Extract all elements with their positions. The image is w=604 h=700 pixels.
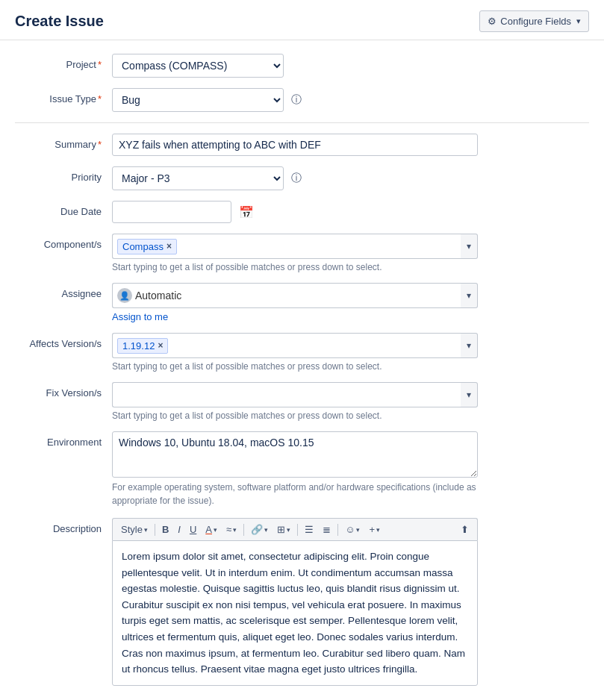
issue-type-label: Issue Type	[15, 88, 112, 104]
affects-version-tag: 1.19.12 ×	[117, 338, 168, 354]
toolbar-underline-btn[interactable]: U	[186, 522, 200, 537]
emoji-chevron-icon: ▾	[356, 526, 360, 534]
description-field: Description Style ▾ B I	[15, 518, 589, 686]
toolbar-separator-1	[155, 524, 155, 536]
toolbar-numbered-list-btn[interactable]: ≣	[319, 522, 334, 537]
dialog-body: Project Compass (COMPASS) Issue Type Bug…	[0, 40, 604, 700]
components-tag-input-outer: Compass × ▾	[112, 234, 478, 259]
project-select[interactable]: Compass (COMPASS)	[112, 54, 284, 78]
numbered-list-icon: ≣	[323, 524, 331, 535]
project-field: Project Compass (COMPASS)	[15, 54, 589, 78]
description-wrap: Style ▾ B I U	[112, 518, 478, 686]
fix-versions-field: Fix Version/s ▾ Start typing to get a li…	[15, 382, 589, 421]
toolbar-more-formatting-btn[interactable]: ≈ ▾	[222, 522, 240, 537]
assignee-dropdown-arrow[interactable]: ▾	[461, 283, 478, 308]
affects-version-tag-label: 1.19.12	[122, 340, 155, 351]
link-icon: 🔗	[251, 524, 263, 535]
assign-to-me-link[interactable]: Assign to me	[112, 311, 589, 322]
priority-help-icon[interactable]: ⓘ	[291, 172, 302, 185]
toolbar-link-btn[interactable]: 🔗 ▾	[247, 522, 272, 537]
due-date-field: Due Date 📅	[15, 201, 589, 223]
components-dropdown-arrow[interactable]: ▾	[461, 234, 478, 259]
section-divider	[15, 122, 589, 123]
components-field: Component/s Compass × ▾ Start typing to …	[15, 234, 589, 272]
fix-versions-hint: Start typing to get a list of possible m…	[112, 410, 589, 421]
environment-control: For example operating system, software p…	[112, 431, 589, 507]
avatar: 👤	[117, 288, 132, 303]
dialog-title: Create Issue	[15, 13, 104, 30]
components-control: Compass × ▾ Start typing to get a list o…	[112, 234, 589, 272]
toolbar-bullet-list-btn[interactable]: ☰	[301, 522, 317, 537]
summary-label: Summary	[15, 134, 112, 150]
toolbar-expand-btn[interactable]: ⬆	[457, 522, 473, 537]
calendar-icon[interactable]: 📅	[239, 205, 254, 219]
more-format-chevron-icon: ▾	[233, 526, 237, 534]
priority-label: Priority	[15, 166, 112, 183]
project-select-wrap: Compass (COMPASS)	[112, 54, 589, 78]
fix-versions-tag-input[interactable]	[112, 382, 461, 407]
environment-field: Environment For example operating system…	[15, 431, 589, 507]
description-content[interactable]: Lorem ipsum dolor sit amet, consectetur …	[112, 540, 478, 686]
fix-versions-label: Fix Version/s	[15, 382, 112, 399]
issue-type-select-wrap: Bug ⓘ	[112, 88, 589, 112]
affects-versions-label: Affects Version/s	[15, 333, 112, 349]
chevron-down-icon: ▾	[576, 16, 581, 26]
summary-field: Summary	[15, 134, 589, 156]
toolbar-emoji-btn[interactable]: ☺ ▾	[341, 522, 364, 537]
toolbar-italic-btn[interactable]: I	[174, 522, 184, 537]
components-label: Component/s	[15, 234, 112, 250]
description-toolbar: Style ▾ B I U	[112, 518, 478, 540]
fix-versions-dropdown-arrow[interactable]: ▾	[461, 382, 478, 407]
affects-version-tag-remove[interactable]: ×	[158, 340, 163, 351]
dialog-header: Create Issue ⚙ Configure Fields ▾	[0, 0, 604, 40]
emoji-icon: ☺	[345, 524, 355, 535]
fix-versions-input-outer: ▾	[112, 382, 478, 407]
environment-textarea[interactable]	[112, 431, 478, 478]
component-tag-label: Compass	[122, 241, 164, 252]
environment-hint: For example operating system, software p…	[112, 481, 478, 507]
priority-select-wrap: Major - P3 ⓘ	[112, 166, 589, 190]
components-hint: Start typing to get a list of possible m…	[112, 262, 589, 272]
insert-chevron-icon: ▾	[287, 526, 290, 534]
affects-versions-field: Affects Version/s 1.19.12 × ▾ Start typi…	[15, 333, 589, 372]
component-tag-compass: Compass ×	[117, 239, 177, 254]
toolbar-font-color-btn[interactable]: A ▾	[202, 522, 221, 537]
description-control: Style ▾ B I U	[112, 518, 589, 686]
affects-versions-input-outer: 1.19.12 × ▾	[112, 333, 478, 358]
toolbar-separator-4	[337, 524, 338, 536]
gear-icon: ⚙	[488, 16, 496, 27]
due-date-input[interactable]	[112, 201, 231, 223]
description-text: Lorem ipsum dolor sit amet, consectetur …	[122, 549, 468, 678]
due-date-label: Due Date	[15, 201, 112, 217]
assignee-value: Automatic	[135, 290, 181, 301]
toolbar-style-btn[interactable]: Style ▾	[117, 522, 152, 537]
fix-versions-control: ▾ Start typing to get a list of possible…	[112, 382, 589, 421]
issue-type-help-icon[interactable]: ⓘ	[291, 93, 302, 107]
style-chevron-icon: ▾	[144, 526, 148, 534]
components-tag-input[interactable]: Compass ×	[112, 234, 461, 259]
affects-versions-hint: Start typing to get a list of possible m…	[112, 361, 589, 372]
due-date-control: 📅	[112, 201, 589, 223]
insert-icon: ⊞	[277, 524, 285, 535]
link-chevron-icon: ▾	[264, 526, 268, 534]
assignee-input[interactable]: 👤 Automatic	[112, 283, 461, 308]
issue-type-control: Bug ⓘ	[112, 88, 589, 112]
affects-versions-control: 1.19.12 × ▾ Start typing to get a list o…	[112, 333, 589, 372]
expand-icon: ⬆	[461, 524, 469, 535]
affects-versions-dropdown-arrow[interactable]: ▾	[461, 333, 478, 358]
bullet-list-icon: ☰	[305, 524, 314, 535]
issue-type-select[interactable]: Bug	[112, 88, 284, 112]
configure-fields-button[interactable]: ⚙ Configure Fields ▾	[479, 10, 589, 32]
assignee-label: Assignee	[15, 283, 112, 299]
toolbar-insert-btn[interactable]: ⊞ ▾	[273, 522, 294, 537]
priority-select[interactable]: Major - P3	[112, 166, 284, 190]
assignee-input-outer: 👤 Automatic ▾	[112, 283, 478, 308]
affects-versions-tag-input[interactable]: 1.19.12 ×	[112, 333, 461, 358]
font-color-chevron-icon: ▾	[214, 526, 217, 534]
toolbar-bold-btn[interactable]: B	[158, 522, 172, 537]
toolbar-add-btn[interactable]: + ▾	[365, 522, 384, 537]
component-tag-remove[interactable]: ×	[166, 241, 172, 251]
project-label: Project	[15, 54, 112, 70]
summary-input[interactable]	[112, 134, 478, 156]
issue-type-field: Issue Type Bug ⓘ	[15, 88, 589, 112]
